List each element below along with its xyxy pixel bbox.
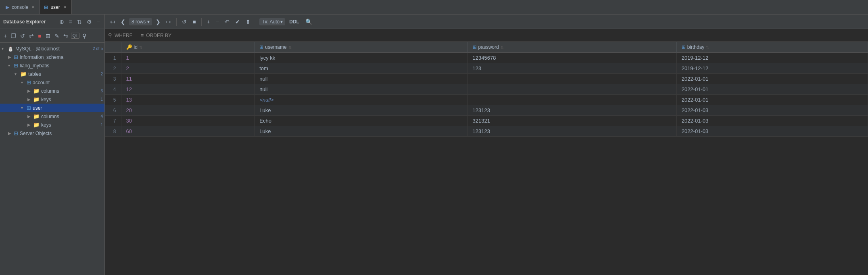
delete-row-btn[interactable]: − (214, 18, 221, 26)
cell-birthday[interactable]: 2022-01-03 (676, 126, 868, 137)
ql-icon[interactable]: QL (71, 33, 79, 39)
table-icon[interactable]: ⊞ (44, 32, 52, 40)
tree-item-user-keys[interactable]: ▶ 📁 keys 1 (0, 121, 104, 129)
sort-arrows-birthday[interactable]: ⇅ (706, 45, 709, 50)
settings-icon[interactable]: ⚙ (86, 18, 93, 26)
rows-selector[interactable]: 8 rows ▾ (129, 18, 152, 25)
cell-birthday[interactable]: 2022-01-03 (676, 116, 868, 126)
refresh-data-btn[interactable]: ↺ (180, 18, 189, 26)
next-row-btn[interactable]: ❯ (154, 18, 163, 26)
stop-query-btn[interactable]: ■ (190, 18, 198, 26)
schema-sync-icon[interactable]: ⇄ (28, 32, 35, 40)
table-row[interactable]: 11lycy kk123456782019-12-12 (105, 53, 868, 63)
table-row[interactable]: 860Luke1231232022-01-03 (105, 126, 868, 137)
cell-username[interactable]: Luke (255, 105, 467, 116)
edit-icon[interactable]: ✎ (53, 32, 61, 40)
filter-list-icon[interactable]: ≡ (68, 18, 73, 26)
cell-birthday[interactable]: 2022-01-01 (676, 84, 868, 95)
cell-password[interactable] (467, 74, 676, 84)
sort-arrows-id[interactable]: ⇅ (139, 45, 142, 50)
tree-item-user[interactable]: ▾ ⊞ user (0, 104, 104, 112)
sort-arrows-password[interactable]: ⇅ (501, 45, 504, 50)
sort-icon[interactable]: ⇅ (76, 18, 83, 26)
cell-birthday[interactable]: 2019-12-12 (676, 53, 868, 63)
cell-username[interactable]: lycy kk (255, 53, 467, 63)
cell-id[interactable]: 20 (121, 105, 255, 116)
cell-rownum: 6 (105, 105, 121, 116)
cell-username[interactable]: Luke (255, 126, 467, 137)
filter-icon[interactable]: ⚲ (81, 32, 88, 40)
new-connection-icon[interactable]: + (2, 32, 8, 40)
db-icon-server: ⊞ (14, 130, 18, 136)
first-row-btn[interactable]: ↤ (108, 18, 117, 26)
tree-item-user-columns[interactable]: ▶ 📁 columns 4 (0, 112, 104, 121)
folder-icon-tables: 📁 (20, 71, 27, 77)
cell-id[interactable]: 11 (121, 74, 255, 84)
separator2 (201, 18, 202, 26)
table-row[interactable]: 412null2022-01-01 (105, 84, 868, 95)
tree-item-information-schema[interactable]: ▶ ⊞ information_schema (0, 53, 104, 61)
table-row[interactable]: 513<null>2022-01-01 (105, 95, 868, 105)
cell-username[interactable]: null (255, 74, 467, 84)
refresh-icon[interactable]: ↺ (19, 32, 26, 40)
tree-item-account-keys[interactable]: ▶ 📁 keys 1 (0, 95, 104, 104)
cell-password[interactable]: 12345678 (467, 53, 676, 63)
tree-item-account[interactable]: ▾ ⊞ account (0, 78, 104, 87)
cell-id[interactable]: 13 (121, 95, 255, 105)
tree-item-mysql-root[interactable]: ▾ ⛄ MySQL - @localhost 2 of 5 (0, 44, 104, 53)
cell-username[interactable]: <null> (255, 95, 467, 105)
revert-btn[interactable]: ↶ (223, 18, 232, 26)
cell-password[interactable]: 123 (467, 63, 676, 74)
cell-id[interactable]: 2 (121, 63, 255, 74)
tree-item-account-columns[interactable]: ▶ 📁 columns 3 (0, 87, 104, 95)
jump-icon[interactable]: ⇆ (62, 32, 69, 40)
cell-birthday[interactable]: 2022-01-01 (676, 74, 868, 84)
user-columns-badge: 4 (100, 114, 103, 119)
tab-console[interactable]: ▶ console ✕ (2, 0, 40, 14)
cell-id[interactable]: 12 (121, 84, 255, 95)
cell-birthday[interactable]: 2019-12-12 (676, 63, 868, 74)
table-row[interactable]: 620Luke1231232022-01-03 (105, 105, 868, 116)
table-row[interactable]: 22tom1232019-12-12 (105, 63, 868, 74)
cell-rownum: 1 (105, 53, 121, 63)
add-icon[interactable]: ⊕ (58, 18, 65, 26)
stop-icon[interactable]: ■ (37, 32, 42, 40)
th-birthday[interactable]: ⊞ birthday ⇅ (676, 42, 868, 53)
commit-btn[interactable]: ✔ (233, 18, 242, 26)
cell-birthday[interactable]: 2022-01-03 (676, 105, 868, 116)
copy-icon[interactable]: ❐ (10, 32, 17, 40)
search-btn[interactable]: 🔍 (303, 18, 314, 26)
tab-user[interactable]: ⊞ user ✕ (40, 0, 71, 14)
cell-birthday[interactable]: 2022-01-01 (676, 95, 868, 105)
th-id[interactable]: 🔑 id ⇅ (121, 42, 255, 53)
cell-username[interactable]: tom (255, 63, 467, 74)
th-username[interactable]: ⊞ username ⇅ (255, 42, 467, 53)
th-password[interactable]: ⊞ password ⇅ (467, 42, 676, 53)
tab-user-close[interactable]: ✕ (63, 4, 67, 10)
table-row[interactable]: 730Echo3213212022-01-03 (105, 116, 868, 126)
cell-password[interactable] (467, 84, 676, 95)
tables-label: tables (28, 71, 99, 77)
prev-row-btn[interactable]: ❮ (119, 18, 127, 26)
cell-id[interactable]: 1 (121, 53, 255, 63)
table-row[interactable]: 311null2022-01-01 (105, 74, 868, 84)
tx-selector[interactable]: Tx: Auto ▾ (259, 18, 285, 25)
minimize-icon[interactable]: − (96, 18, 101, 26)
last-row-btn[interactable]: ↦ (164, 18, 173, 26)
sort-arrows-username[interactable]: ⇅ (288, 45, 292, 50)
cell-password[interactable]: 321321 (467, 116, 676, 126)
tree-item-tables[interactable]: ▾ 📁 tables 2 (0, 70, 104, 78)
cell-password[interactable]: 123123 (467, 105, 676, 116)
tree-item-liang-mybatis[interactable]: ▾ ⊞ liang_mybatis (0, 61, 104, 70)
cell-username[interactable]: null (255, 84, 467, 95)
cell-id[interactable]: 60 (121, 126, 255, 137)
ddl-btn[interactable]: DDL (287, 18, 302, 25)
tab-console-close[interactable]: ✕ (31, 4, 35, 10)
tree-item-server-objects[interactable]: ▶ ⊞ Server Objects (0, 129, 104, 138)
add-row-btn[interactable]: + (205, 18, 212, 26)
cell-password[interactable]: 123123 (467, 126, 676, 137)
cell-username[interactable]: Echo (255, 116, 467, 126)
cell-id[interactable]: 30 (121, 116, 255, 126)
submit-btn[interactable]: ⬆ (244, 18, 252, 26)
cell-password[interactable] (467, 95, 676, 105)
